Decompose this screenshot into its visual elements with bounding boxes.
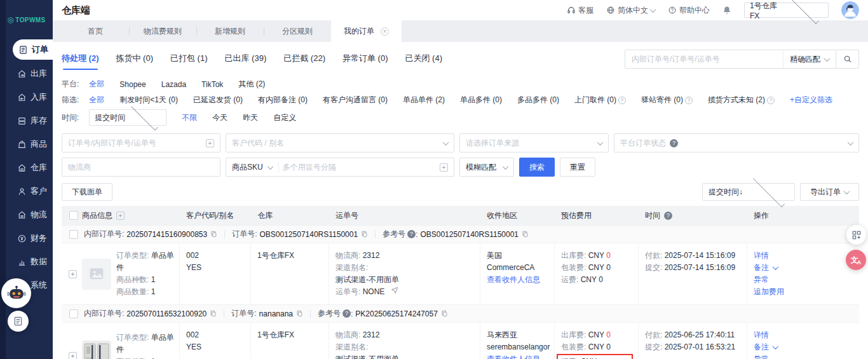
sidebar-item-仓库[interactable]: 仓库 xyxy=(0,158,53,177)
time-option-今天[interactable]: 今天 xyxy=(212,112,227,123)
filter-option-全部[interactable]: 全部 xyxy=(89,95,104,105)
sku-input[interactable] xyxy=(283,163,436,172)
sidebar-item-出库[interactable]: 出库 xyxy=(0,64,53,83)
time-option-不限[interactable]: 不限 xyxy=(182,112,197,123)
notes-button[interactable] xyxy=(8,311,29,332)
row-checkbox[interactable] xyxy=(69,309,78,318)
copy-icon[interactable] xyxy=(361,231,368,238)
copy-icon[interactable] xyxy=(441,310,448,317)
assistant-robot-button[interactable] xyxy=(1,278,31,308)
tab-物流费规则[interactable]: 物流费规则 xyxy=(129,20,196,42)
filter-option-已延迟发货 (0)[interactable]: 已延迟发货 (0) xyxy=(193,95,243,105)
sku-type-select[interactable]: 商品SKU xyxy=(232,162,279,173)
batch-input-icon[interactable]: + xyxy=(440,163,448,172)
filter-option-单品单件 (2)[interactable]: 单品单件 (2) xyxy=(403,95,445,105)
copy-icon[interactable] xyxy=(210,310,217,317)
match-mode-select[interactable]: 精确匹配 xyxy=(783,50,836,68)
time-option-自定义[interactable]: 自定义 xyxy=(273,112,296,123)
copy-icon[interactable] xyxy=(210,231,217,238)
quick-search-input[interactable] xyxy=(625,50,783,68)
sort-select[interactable]: 提交时间↓ xyxy=(702,183,795,201)
filter-option-多品多件 (0)[interactable]: 多品多件 (0) xyxy=(517,95,559,105)
export-orders-button[interactable]: 导出订单 xyxy=(800,183,859,201)
view-recipient-link[interactable]: 查看收件人信息 xyxy=(487,274,549,286)
copy-icon[interactable] xyxy=(522,231,529,238)
row-checkbox[interactable] xyxy=(69,230,78,239)
expand-columns-icon[interactable]: + xyxy=(116,212,125,220)
action-异常[interactable]: 异常 xyxy=(754,353,854,359)
action-异常[interactable]: 异常 xyxy=(754,274,854,286)
close-icon[interactable]: × xyxy=(381,27,389,36)
filter-option-Lazada[interactable]: Lazada xyxy=(161,80,186,89)
status-tab-待处理 (2)[interactable]: 待处理 (2) xyxy=(62,53,99,70)
status-tab-已关闭 (4)[interactable]: 已关闭 (4) xyxy=(405,53,442,70)
status-tab-已打包 (1)[interactable]: 已打包 (1) xyxy=(170,53,208,70)
action-详情[interactable]: 详情 xyxy=(754,250,854,262)
user-avatar[interactable] xyxy=(841,1,859,19)
tracking-no: NONE xyxy=(360,287,384,296)
send-icon[interactable] xyxy=(391,287,398,294)
widget-panel-button[interactable] xyxy=(846,225,866,245)
status-tab-拣货中 (0)[interactable]: 拣货中 (0) xyxy=(116,53,154,70)
copy-icon[interactable] xyxy=(296,310,303,317)
order-no-input[interactable] xyxy=(68,139,202,147)
reset-button[interactable]: 重置 xyxy=(560,158,595,177)
expand-row-icon[interactable]: + xyxy=(69,270,77,278)
filter-option-单品多件 (0)[interactable]: 单品多件 (0) xyxy=(460,95,502,105)
select-all-checkbox[interactable] xyxy=(69,211,78,220)
sku-field[interactable]: 商品SKU + xyxy=(226,158,454,177)
fuzzy-match-select[interactable]: 模糊匹配 xyxy=(459,158,514,177)
action-备注[interactable]: 备注 xyxy=(754,262,854,274)
tab-新增规则[interactable]: 新增规则 xyxy=(196,20,264,42)
help-center-button[interactable]: 帮助中心 xyxy=(668,5,710,16)
notification-bell-button[interactable] xyxy=(722,6,731,15)
filter-option-驿站寄件 (0)[interactable]: 驿站寄件 (0)? xyxy=(641,95,693,105)
filter-option-全部[interactable]: 全部 xyxy=(89,79,104,90)
order-source-select[interactable]: 请选择订单来源 xyxy=(459,133,609,152)
action-备注[interactable]: 备注 xyxy=(754,341,854,353)
action-详情[interactable]: 详情 xyxy=(754,329,854,341)
sidebar-item-库存[interactable]: 库存 xyxy=(0,111,53,130)
filter-option-有内部备注 (0)[interactable]: 有内部备注 (0) xyxy=(258,95,308,105)
tab-首页[interactable]: 首页 xyxy=(62,20,129,42)
translate-button[interactable]: 文A xyxy=(846,250,866,270)
expand-row-icon[interactable]: + xyxy=(69,352,77,359)
status-tab-异常订单 (0)[interactable]: 异常订单 (0) xyxy=(342,53,388,70)
search-button[interactable]: 搜索 xyxy=(519,158,555,177)
view-recipient-link[interactable]: 查看收件人信息 xyxy=(487,353,549,359)
language-select[interactable]: 简体中文 xyxy=(606,5,655,16)
filter-option-上门取件 (0)[interactable]: 上门取件 (0)? xyxy=(574,95,626,105)
filter-option-有客户沟通留言 (0)[interactable]: 有客户沟通留言 (0) xyxy=(323,95,388,105)
warehouse-select[interactable]: 1号仓库FX xyxy=(744,3,829,18)
download-label-button[interactable]: 下载面单 xyxy=(62,183,112,201)
action-追加费用[interactable]: 追加费用 xyxy=(754,286,854,298)
filter-option-TikTok[interactable]: TikTok xyxy=(201,80,223,89)
customer-service-button[interactable]: 客服 xyxy=(567,5,593,16)
customer-code-select[interactable]: 客户代码 / 别名 xyxy=(226,133,454,152)
filter-option-剩发时间<1天 (0)[interactable]: 剩发时间<1天 (0) xyxy=(119,95,178,105)
status-tab-已出库 (39)[interactable]: 已出库 (39) xyxy=(225,53,267,70)
time-option-昨天[interactable]: 昨天 xyxy=(243,112,258,123)
filter-option-Shopee[interactable]: Shopee xyxy=(119,80,146,89)
sidebar-item-订单[interactable]: 订单 xyxy=(13,39,53,60)
sidebar-item-财务[interactable]: 财务 xyxy=(0,229,53,248)
logistics-input[interactable] xyxy=(68,163,214,172)
data-icon xyxy=(17,257,27,267)
platform-status-select[interactable]: 平台订单状态 ? xyxy=(614,133,859,152)
filter-option-其他 (2)[interactable]: 其他 (2) xyxy=(238,79,265,90)
sidebar-item-客户[interactable]: 客户 xyxy=(0,182,53,201)
time-type-select[interactable]: 提交时间 xyxy=(89,109,166,126)
filter-option-揽货方式未知 (2)[interactable]: 揽货方式未知 (2)? xyxy=(708,95,775,105)
order-no-field[interactable]: + xyxy=(62,133,220,152)
tab-分区规则[interactable]: 分区规则 xyxy=(264,20,331,42)
status-tab-已拦截 (22)[interactable]: 已拦截 (22) xyxy=(283,53,325,70)
sidebar-item-入库[interactable]: 入库 xyxy=(0,88,53,107)
batch-input-icon[interactable]: + xyxy=(206,139,214,147)
custom-filter-link[interactable]: +自定义筛选 xyxy=(790,95,832,105)
sidebar-item-商品[interactable]: 商品 xyxy=(0,135,53,154)
sidebar-item-物流[interactable]: 物流 xyxy=(0,205,53,224)
logistics-field[interactable] xyxy=(62,158,220,177)
sidebar-item-数据[interactable]: 数据 xyxy=(0,252,53,271)
tab-我的订单[interactable]: 我的订单× xyxy=(331,20,402,42)
search-icon-button[interactable] xyxy=(836,50,858,68)
